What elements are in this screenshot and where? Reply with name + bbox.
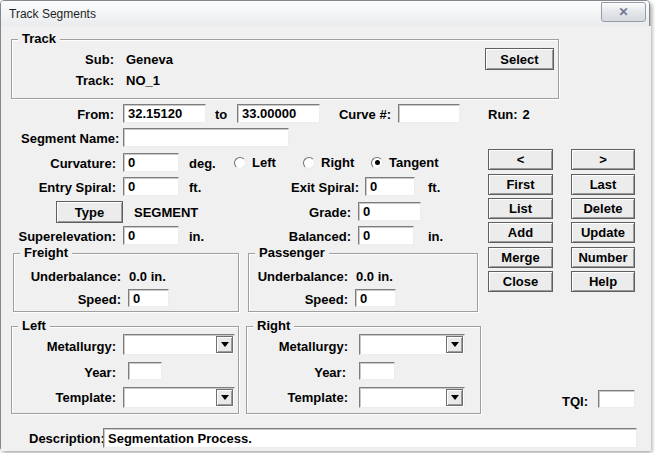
freight-speed-label: Speed: bbox=[51, 292, 121, 307]
radio-tangent-label: Tangent bbox=[389, 155, 439, 170]
freight-underbalance-label: Underbalance: bbox=[19, 269, 121, 284]
entry-spiral-unit-label: ft. bbox=[189, 180, 201, 195]
down-arrow-icon bbox=[221, 342, 229, 347]
right-template-label: Template: bbox=[278, 390, 348, 405]
radio-right[interactable]: Right bbox=[303, 155, 354, 170]
balanced-label: Balanced: bbox=[279, 229, 351, 244]
left-metallurgy-select[interactable] bbox=[123, 334, 235, 355]
freight-group-label: Freight bbox=[20, 246, 72, 260]
superelevation-input[interactable]: 0 bbox=[123, 226, 179, 245]
merge-button[interactable]: Merge bbox=[488, 247, 553, 268]
sub-value: Geneva bbox=[126, 52, 173, 67]
track-segments-dialog: Track Segments ✕ Track Sub: Geneva Track… bbox=[0, 0, 650, 450]
type-button[interactable]: Type bbox=[56, 201, 123, 223]
chevron-down-icon[interactable] bbox=[446, 336, 463, 353]
prev-button[interactable]: < bbox=[488, 149, 553, 170]
number-button[interactable]: Number bbox=[571, 247, 635, 268]
left-year-input[interactable] bbox=[128, 362, 162, 380]
curvature-unit-label: deg. bbox=[189, 156, 216, 171]
run-indicator: Run: 2 bbox=[488, 107, 530, 122]
radio-tangent-circle-icon bbox=[371, 157, 383, 169]
right-template-select[interactable] bbox=[359, 387, 465, 408]
down-arrow-icon bbox=[451, 342, 459, 347]
from-label: From: bbox=[44, 107, 114, 122]
chevron-down-icon[interactable] bbox=[216, 389, 233, 406]
entry-spiral-label: Entry Spiral: bbox=[21, 180, 116, 195]
track-group-label: Track bbox=[18, 32, 60, 46]
right-year-label: Year: bbox=[296, 365, 346, 380]
tqi-label: TQI: bbox=[562, 394, 588, 409]
close-icon: ✕ bbox=[618, 6, 628, 18]
passenger-speed-input[interactable]: 0 bbox=[355, 289, 396, 307]
radio-left-label: Left bbox=[252, 155, 276, 170]
curvature-label: Curvature: bbox=[36, 156, 116, 171]
from-input[interactable]: 32.15120 bbox=[123, 104, 206, 123]
last-button[interactable]: Last bbox=[571, 174, 635, 195]
update-button[interactable]: Update bbox=[571, 222, 635, 243]
right-metallurgy-select[interactable] bbox=[359, 334, 465, 355]
next-button[interactable]: > bbox=[571, 149, 635, 170]
radio-left[interactable]: Left bbox=[234, 155, 276, 170]
first-button[interactable]: First bbox=[488, 174, 553, 195]
sub-label: Sub: bbox=[44, 52, 114, 67]
passenger-underbalance-value: 0.0 in. bbox=[356, 269, 393, 284]
description-label: Description: bbox=[29, 431, 105, 446]
track-group: Track bbox=[11, 39, 559, 99]
superelevation-label: Superelevation: bbox=[14, 229, 116, 244]
radio-right-circle-icon bbox=[303, 157, 315, 169]
left-template-label: Template: bbox=[46, 390, 116, 405]
close-dialog-button[interactable]: Close bbox=[488, 271, 553, 292]
close-button[interactable]: ✕ bbox=[601, 2, 646, 22]
right-rail-group-label: Right bbox=[253, 319, 294, 333]
delete-button[interactable]: Delete bbox=[571, 198, 635, 219]
grade-input[interactable]: 0 bbox=[358, 202, 421, 221]
exit-spiral-label: Exit Spiral: bbox=[269, 180, 359, 195]
title-bar: Track Segments ✕ bbox=[1, 1, 649, 26]
run-label: Run: bbox=[488, 107, 518, 122]
type-value: SEGMENT bbox=[134, 205, 198, 220]
select-button[interactable]: Select bbox=[485, 48, 554, 70]
segment-name-input[interactable] bbox=[123, 128, 289, 147]
balanced-input[interactable]: 0 bbox=[358, 226, 414, 245]
exit-spiral-unit-label: ft. bbox=[428, 180, 440, 195]
exit-spiral-input[interactable]: 0 bbox=[365, 177, 415, 196]
track-label: Track: bbox=[44, 73, 114, 88]
left-template-select[interactable] bbox=[123, 387, 235, 408]
chevron-down-icon[interactable] bbox=[216, 336, 233, 353]
to-input[interactable]: 33.00000 bbox=[237, 104, 320, 123]
grade-label: Grade: bbox=[289, 205, 351, 220]
left-year-label: Year: bbox=[66, 365, 116, 380]
superelevation-unit-label: in. bbox=[189, 229, 204, 244]
passenger-speed-label: Speed: bbox=[278, 292, 348, 307]
right-metallurgy-label: Metallurgy: bbox=[266, 339, 348, 354]
radio-right-label: Right bbox=[321, 155, 354, 170]
entry-spiral-input[interactable]: 0 bbox=[123, 177, 179, 196]
segment-name-label: Segment Name: bbox=[21, 131, 116, 146]
radio-left-circle-icon bbox=[234, 157, 246, 169]
list-button[interactable]: List bbox=[488, 198, 553, 219]
right-year-input[interactable] bbox=[359, 362, 395, 380]
curve-number-label: Curve #: bbox=[319, 107, 391, 122]
down-arrow-icon bbox=[451, 395, 459, 400]
passenger-group-label: Passenger bbox=[255, 246, 329, 260]
balanced-unit-label: in. bbox=[428, 229, 443, 244]
description-input[interactable]: Segmentation Process. bbox=[103, 428, 637, 448]
curvature-input[interactable]: 0 bbox=[123, 153, 179, 172]
down-arrow-icon bbox=[221, 395, 229, 400]
run-value: 2 bbox=[523, 107, 530, 122]
left-rail-group-label: Left bbox=[18, 319, 50, 333]
help-button[interactable]: Help bbox=[571, 271, 635, 292]
add-button[interactable]: Add bbox=[488, 222, 553, 243]
chevron-down-icon[interactable] bbox=[446, 389, 463, 406]
freight-underbalance-value: 0.0 in. bbox=[129, 269, 166, 284]
track-value: NO_1 bbox=[126, 73, 160, 88]
freight-speed-input[interactable]: 0 bbox=[128, 289, 169, 307]
curve-number-input[interactable] bbox=[398, 104, 460, 123]
window-title: Track Segments bbox=[9, 7, 96, 21]
passenger-underbalance-label: Underbalance: bbox=[246, 269, 348, 284]
to-label: to bbox=[215, 107, 227, 122]
left-metallurgy-label: Metallurgy: bbox=[34, 339, 116, 354]
dialog-client-area: Track Sub: Geneva Track: NO_1 Select Fro… bbox=[1, 26, 651, 451]
tqi-input[interactable] bbox=[598, 390, 635, 408]
radio-tangent[interactable]: Tangent bbox=[371, 155, 439, 170]
